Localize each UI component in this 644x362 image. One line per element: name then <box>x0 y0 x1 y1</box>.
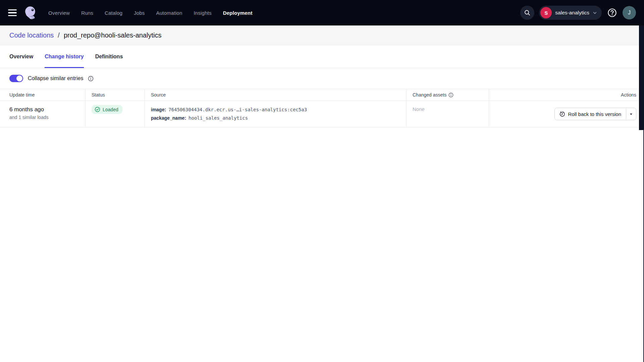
rollback-options-button[interactable] <box>626 108 636 120</box>
info-icon[interactable] <box>88 76 94 81</box>
breadcrumb: Code locations / prod_repo@hooli-sales-a… <box>9 32 161 39</box>
header-status: Status <box>86 89 145 101</box>
search-button[interactable] <box>520 6 534 20</box>
changed-assets-cell: None <box>407 101 489 127</box>
source-cell: image: 764506304434.dkr.ecr.us-…i-sales-… <box>145 101 407 127</box>
similar-loads-note: and 1 similar loads <box>9 115 81 120</box>
nav-item-catalog[interactable]: Catalog <box>105 10 122 16</box>
breadcrumb-separator: / <box>58 32 60 39</box>
update-time-value: 6 months ago <box>9 106 81 113</box>
collapse-similar-entries-toggle[interactable] <box>9 75 23 82</box>
tab-definitions[interactable]: Definitions <box>95 45 123 68</box>
tab-bar: Overview Change history Definitions <box>0 45 644 68</box>
org-initial-badge: S <box>540 7 552 18</box>
help-button[interactable] <box>606 7 618 18</box>
source-image-line: image: 764506304434.dkr.ecr.us-…i-sales-… <box>151 106 402 114</box>
image-value: 764506304434.dkr.ecr.us-…i-sales-analyti… <box>168 106 307 114</box>
update-time-cell: 6 months ago and 1 similar loads <box>0 101 86 127</box>
primary-nav: Overview Runs Catalog Jobs Automation In… <box>48 10 253 16</box>
rollback-button[interactable]: Roll back to this version <box>555 108 626 120</box>
hamburger-menu-icon[interactable] <box>8 9 17 16</box>
topnav-right-controls: S sales-analytics J <box>520 6 636 20</box>
status-badge: Loaded <box>92 105 122 114</box>
chevron-down-icon <box>593 11 597 15</box>
check-circle-icon <box>95 107 100 112</box>
question-mark-icon <box>607 8 617 18</box>
change-history-table: Update time Status Source Changed assets… <box>0 89 639 127</box>
breadcrumb-strip: Code locations / prod_repo@hooli-sales-a… <box>0 25 644 45</box>
image-label: image: <box>151 106 166 114</box>
header-update-time: Update time <box>0 89 86 101</box>
header-source: Source <box>145 89 407 101</box>
collapse-toggle-label: Collapse similar entries <box>28 75 83 81</box>
user-avatar[interactable]: J <box>623 6 636 19</box>
page-title: prod_repo@hooli-sales-analytics <box>64 32 162 39</box>
filter-row: Collapse similar entries <box>0 68 644 89</box>
dagster-octopus-icon <box>23 5 38 20</box>
dagster-logo[interactable] <box>23 5 38 20</box>
header-actions: Actions <box>489 89 639 101</box>
source-package-line: package_name: hooli_sales_analytics <box>151 114 402 122</box>
nav-item-automation[interactable]: Automation <box>156 10 182 16</box>
scrollbar-thumb[interactable] <box>639 25 644 130</box>
top-navigation-bar: Overview Runs Catalog Jobs Automation In… <box>0 0 644 25</box>
tab-overview[interactable]: Overview <box>9 45 33 68</box>
status-cell: Loaded <box>86 101 145 127</box>
nav-item-deployment[interactable]: Deployment <box>223 10 253 16</box>
nav-item-overview[interactable]: Overview <box>48 10 70 16</box>
info-icon[interactable] <box>448 93 453 98</box>
org-name-label: sales-analytics <box>555 10 589 16</box>
toggle-knob <box>16 75 22 81</box>
org-switcher[interactable]: S sales-analytics <box>539 6 602 20</box>
table-row: 6 months ago and 1 similar loads Loaded … <box>0 101 639 127</box>
table-header-row: Update time Status Source Changed assets… <box>0 89 639 101</box>
package-name-value: hooli_sales_analytics <box>189 114 248 122</box>
nav-item-insights[interactable]: Insights <box>194 10 211 16</box>
header-changed-assets: Changed assets <box>407 89 489 101</box>
header-changed-assets-label: Changed assets <box>413 92 446 98</box>
changed-assets-value: None <box>413 106 425 112</box>
rollback-button-label: Roll back to this version <box>568 111 621 117</box>
history-rollback-icon <box>559 111 565 117</box>
rollback-button-group: Roll back to this version <box>554 108 636 120</box>
nav-item-jobs[interactable]: Jobs <box>134 10 145 16</box>
search-icon <box>524 9 531 16</box>
breadcrumb-code-locations-link[interactable]: Code locations <box>9 32 54 39</box>
tab-change-history[interactable]: Change history <box>45 45 84 68</box>
caret-down-icon <box>629 112 633 116</box>
status-label: Loaded <box>103 107 118 112</box>
actions-cell: Roll back to this version <box>489 101 639 127</box>
package-name-label: package_name: <box>151 114 186 122</box>
nav-item-runs[interactable]: Runs <box>81 10 93 16</box>
